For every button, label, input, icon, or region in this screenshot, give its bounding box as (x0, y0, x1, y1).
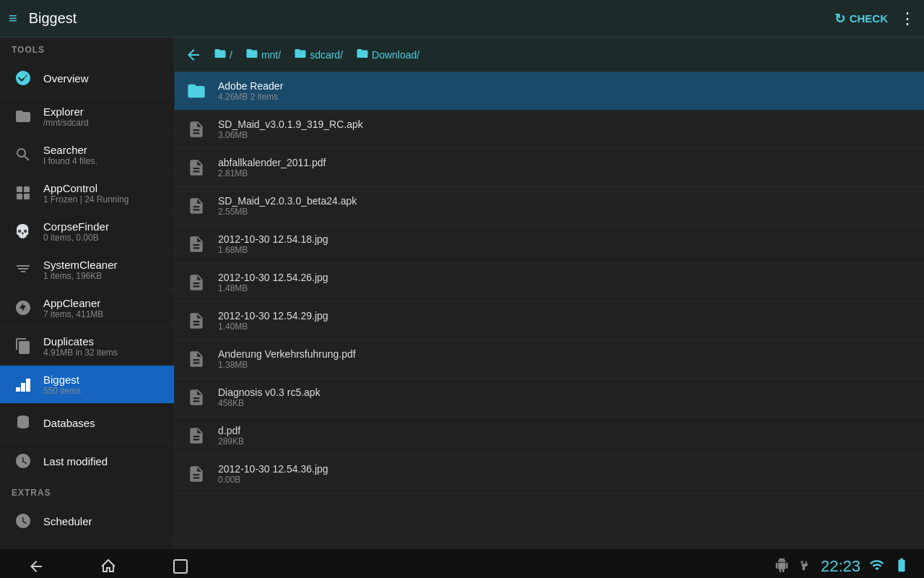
explorer-icon (12, 105, 35, 128)
status-bar: 22:23 (775, 557, 910, 577)
breadcrumb-root-label: / (230, 49, 232, 61)
svg-rect-10 (174, 560, 187, 573)
corpsefinder-icon: 💀 (12, 220, 35, 243)
svg-rect-3 (17, 194, 22, 199)
back-button[interactable] (180, 42, 206, 68)
list-item[interactable]: Adobe Reader 4.26MB 2 items (175, 72, 924, 111)
content-area: / mnt/ sdcard/ Download/ (175, 38, 924, 549)
sidebar-item-overview[interactable]: Overview (0, 59, 174, 98)
sidebar-item-duplicates[interactable]: Duplicates 4.91MB in 32 items (0, 327, 174, 366)
corpsefinder-label: CorpseFinder (43, 220, 109, 233)
searcher-sub: I found 4 files. (43, 156, 97, 166)
biggest-icon (12, 373, 35, 396)
breadcrumb-mnt[interactable]: mnt/ (240, 44, 287, 66)
breadcrumb-download-label: Download/ (372, 49, 419, 61)
file-item-icon (183, 308, 209, 334)
list-item[interactable]: 2012-10-30 12.54.18.jpg 1.68MB (175, 225, 924, 264)
file-list: Adobe Reader 4.26MB 2 items SD_Maid_v3.0… (175, 72, 924, 549)
systemcleaner-label: SystemCleaner (43, 259, 118, 271)
corpsefinder-sub: 0 items, 0.00B (43, 233, 109, 243)
recents-nav-button[interactable] (159, 552, 202, 578)
appcleaner-sub: 7 items, 411MB (43, 309, 103, 319)
duplicates-sub: 4.91MB in 32 items (43, 348, 118, 358)
file-name: Adobe Reader (218, 80, 283, 92)
scheduler-label: Scheduler (43, 515, 92, 527)
sidebar-item-scheduler[interactable]: Scheduler (0, 502, 174, 540)
file-size: 3.06MB (218, 130, 363, 140)
sidebar-item-appcleaner[interactable]: AppCleaner 7 items, 411MB (0, 289, 174, 327)
file-item-icon (183, 155, 209, 181)
sidebar-item-systemcleaner[interactable]: SystemCleaner 1 items, 196KB (0, 251, 174, 289)
usb-icon (798, 558, 812, 576)
list-item[interactable]: Diagnosis v0.3 rc5.apk 458KB (175, 379, 924, 417)
systemcleaner-sub: 1 items, 196KB (43, 271, 118, 281)
sidebar-item-biggest[interactable]: Biggest 550 items (0, 366, 174, 404)
list-item[interactable]: 2012-10-30 12.54.29.jpg 1.40MB (175, 302, 924, 340)
check-button[interactable]: ↻ CHECK (834, 11, 888, 27)
file-item-icon (183, 346, 209, 372)
extras-header: EXTRAS (0, 480, 174, 502)
file-size: 458KB (218, 398, 321, 408)
list-item[interactable]: 2012-10-30 12.54.26.jpg 1.48MB (175, 264, 924, 302)
refresh-icon: ↻ (834, 11, 845, 27)
list-item[interactable]: SD_Maid_v2.0.3.0_beta24.apk 2.55MB (175, 187, 924, 225)
appcontrol-label: AppControl (43, 182, 129, 194)
file-size: 1.38MB (218, 360, 356, 370)
appcontrol-icon (12, 181, 35, 204)
clock-display: 22:23 (821, 557, 860, 576)
file-item-icon (183, 384, 209, 410)
file-name: 2012-10-30 12.54.36.jpg (218, 463, 328, 475)
back-nav-button[interactable] (14, 552, 58, 578)
menu-icon[interactable]: ≡ (9, 10, 17, 27)
sidebar-item-lastmodified[interactable]: Last modified (0, 442, 174, 480)
home-nav-button[interactable] (87, 552, 130, 578)
sidebar-item-databases[interactable]: Databases (0, 404, 174, 442)
biggest-sub: 550 items (43, 386, 81, 396)
list-item[interactable]: SD_Maid_v3.0.1.9_319_RC.apk 3.06MB (175, 111, 924, 149)
list-item[interactable]: d.pdf 289KB (175, 417, 924, 455)
folder-icon (214, 47, 227, 63)
scheduler-icon (12, 509, 35, 532)
file-name: 2012-10-30 12.54.29.jpg (218, 310, 328, 322)
main-layout: TOOLS Overview Explorer /mnt/sdcard (0, 38, 924, 549)
breadcrumb-mnt-label: mnt/ (261, 49, 281, 61)
folder-icon-mnt (245, 47, 258, 63)
breadcrumb-root[interactable]: / (208, 44, 238, 66)
bottom-nav: 22:23 (0, 549, 924, 578)
sidebar-item-appcontrol[interactable]: AppControl 1 Frozen | 24 Running (0, 174, 174, 212)
searcher-label: Searcher (43, 144, 97, 156)
list-item[interactable]: Anderung Verkehrsfuhrung.pdf 1.38MB (175, 340, 924, 379)
file-size: 1.68MB (218, 245, 328, 255)
lastmodified-label: Last modified (43, 455, 108, 467)
list-item[interactable]: 2012-10-30 12.54.36.jpg 0.00B (175, 455, 924, 493)
svg-rect-6 (16, 387, 20, 392)
more-options-icon[interactable]: ⋮ (899, 9, 915, 28)
file-name: 2012-10-30 12.54.18.jpg (218, 233, 328, 245)
breadcrumb-sdcard[interactable]: sdcard/ (288, 44, 349, 66)
appcleaner-label: AppCleaner (43, 297, 103, 309)
file-size: 2.81MB (218, 168, 326, 178)
duplicates-label: Duplicates (43, 335, 118, 348)
svg-text:💀: 💀 (14, 223, 31, 239)
file-item-icon (183, 269, 209, 296)
file-item-icon (183, 461, 209, 487)
folder-item-icon (183, 78, 209, 104)
sidebar-item-explorer[interactable]: Explorer /mnt/sdcard (0, 98, 174, 136)
file-item-icon (183, 193, 209, 219)
databases-label: Databases (43, 417, 95, 429)
breadcrumb-download[interactable]: Download/ (350, 44, 425, 66)
check-label: CHECK (850, 12, 888, 25)
file-size: 4.26MB 2 items (218, 92, 283, 102)
app-title: Biggest (29, 10, 834, 27)
file-size: 289KB (218, 436, 244, 447)
sidebar-item-corpsefinder[interactable]: 💀 CorpseFinder 0 items, 0.00B (0, 212, 174, 251)
sidebar-item-searcher[interactable]: Searcher I found 4 files. (0, 136, 174, 174)
lastmodified-icon (12, 449, 35, 473)
breadcrumb-sdcard-label: sdcard/ (310, 49, 343, 61)
file-size: 0.00B (218, 475, 328, 485)
list-item[interactable]: abfallkalender_2011.pdf 2.81MB (175, 149, 924, 187)
file-name: Diagnosis v0.3 rc5.apk (218, 387, 321, 398)
file-size: 2.55MB (218, 207, 357, 217)
svg-rect-1 (17, 186, 22, 192)
svg-rect-8 (26, 379, 30, 392)
